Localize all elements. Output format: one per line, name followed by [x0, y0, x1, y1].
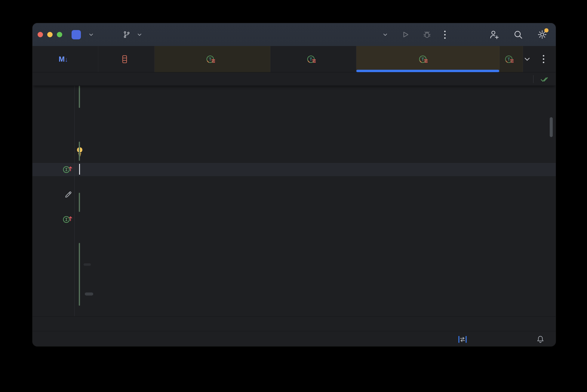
line-number-173[interactable]	[32, 226, 61, 239]
doc-comment-bar	[79, 243, 80, 306]
maximize-window-button[interactable]	[57, 32, 62, 37]
scrollbar-thumb[interactable]	[550, 117, 553, 137]
notification-dot	[544, 28, 549, 32]
doc-comment-bar	[79, 86, 80, 108]
svg-text:I: I	[65, 167, 68, 172]
git-branch-widget[interactable]	[123, 23, 143, 46]
tab-run-module[interactable]: T	[270, 46, 356, 72]
search-icon	[513, 29, 523, 40]
svg-text:T: T	[421, 57, 424, 62]
tab-partial[interactable]: T	[499, 46, 523, 72]
editor-tabs: M↓ T T	[32, 46, 556, 72]
doc-comment-bar	[79, 142, 80, 161]
project-icon	[72, 30, 81, 39]
scala-trait-icon: T	[418, 54, 428, 64]
sticky-line[interactable]	[32, 72, 556, 86]
chevron-down-icon	[137, 32, 143, 38]
scala-trait-icon: T	[306, 54, 316, 64]
tab-test-module[interactable]: T	[155, 46, 271, 72]
chevron-down-icon	[88, 32, 94, 38]
overridden-member-icon[interactable]: I	[63, 164, 73, 176]
line-number-168[interactable]	[32, 176, 61, 189]
play-icon	[401, 30, 410, 39]
svg-text:I: I	[65, 217, 68, 222]
ide-window: M↓ T T	[32, 23, 556, 346]
editor-widgets	[527, 72, 549, 85]
gutter-separator	[74, 86, 75, 316]
debug-button[interactable]	[423, 30, 432, 39]
breadcrumb	[32, 316, 556, 331]
minimize-window-button[interactable]	[47, 32, 53, 37]
status-bar	[32, 331, 556, 346]
git-branch-icon	[123, 31, 131, 38]
show-hidden-tabs-button[interactable]	[523, 55, 531, 63]
close-window-button[interactable]	[38, 32, 43, 37]
overridden-member-icon[interactable]: I	[63, 214, 73, 226]
svg-text:T: T	[209, 57, 211, 62]
bell-icon	[536, 335, 545, 344]
scala-trait-icon: T	[206, 54, 215, 64]
doc-text-with-chip	[84, 257, 91, 272]
code-reference-chip[interactable]	[84, 263, 91, 266]
run-config-selector[interactable]	[379, 32, 388, 38]
settings-button[interactable]	[537, 29, 547, 40]
add-user-icon	[489, 29, 499, 40]
more-actions-button[interactable]	[444, 31, 446, 39]
sticky-line-number	[32, 72, 61, 85]
edit-pencil-icon[interactable]	[63, 190, 73, 201]
scala-trait-icon: T	[504, 54, 514, 64]
load-gradle-changes-icon	[458, 335, 467, 344]
line-number-181[interactable]	[32, 308, 61, 316]
divider	[533, 75, 533, 83]
status-widgets	[458, 335, 545, 344]
line-number-163[interactable]	[32, 125, 61, 138]
tab-readme[interactable]: M↓	[32, 46, 98, 72]
chevron-down-icon	[382, 32, 388, 38]
tab-controls	[523, 46, 556, 72]
bug-icon	[423, 30, 432, 39]
project-widget[interactable]	[72, 23, 94, 46]
chevron-down-icon	[523, 55, 531, 63]
load-gradle-changes-button[interactable]	[458, 335, 467, 344]
search-everywhere-button[interactable]	[513, 29, 523, 40]
tab-options-button[interactable]	[543, 55, 544, 63]
tab-build-mill[interactable]	[98, 46, 154, 72]
doc-comment-bar	[79, 193, 80, 212]
line-number-167[interactable]	[32, 163, 61, 176]
svg-text:T: T	[310, 57, 312, 62]
markdown-icon: M↓	[59, 55, 68, 63]
see-also-chip[interactable]	[85, 292, 93, 296]
line-number-172[interactable]	[32, 213, 61, 226]
doc-see-also	[84, 287, 93, 301]
titlebar	[32, 23, 556, 46]
mill-file-icon	[120, 55, 129, 64]
inspections-ok-icon[interactable]	[539, 74, 549, 84]
run-toolbar	[379, 23, 446, 46]
code-with-me-button[interactable]	[489, 29, 499, 40]
tab-java-module[interactable]: T	[356, 46, 499, 72]
line-number-162[interactable]	[32, 112, 61, 125]
window-controls	[38, 32, 62, 37]
notifications-button[interactable]	[536, 335, 545, 344]
svg-text:T: T	[508, 57, 510, 62]
text-cursor	[79, 164, 80, 175]
code-line-167[interactable]	[79, 163, 80, 176]
current-line-highlight	[32, 163, 556, 176]
run-button[interactable]	[401, 30, 410, 39]
code-editor[interactable]: I I	[32, 86, 556, 316]
titlebar-right-icons	[489, 23, 547, 46]
